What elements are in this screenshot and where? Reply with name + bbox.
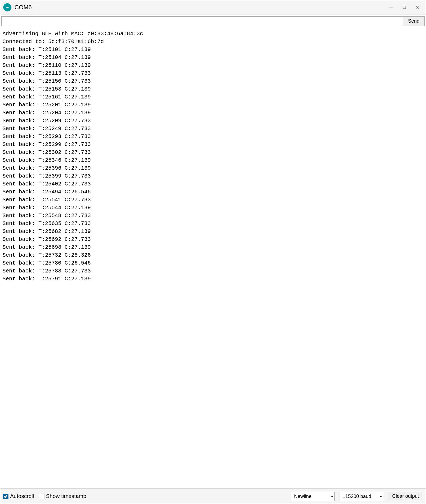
send-bar: Send — [0, 14, 426, 28]
list-item: Sent back: T:25541|C:27.733 — [2, 196, 424, 204]
list-item: Sent back: T:25788|C:27.733 — [2, 267, 424, 275]
autoscroll-checkbox[interactable] — [3, 494, 8, 499]
arduino-logo-icon: ∞ — [3, 3, 12, 12]
list-item: Sent back: T:25150|C:27.733 — [2, 77, 424, 85]
autoscroll-label[interactable]: Autoscroll — [10, 493, 34, 499]
list-item: Sent back: T:25635|C:27.733 — [2, 220, 424, 227]
serial-input[interactable] — [1, 16, 403, 26]
list-item: Sent back: T:25204|C:27.139 — [2, 109, 424, 117]
list-item: Sent back: T:25544|C:27.139 — [2, 204, 424, 212]
timestamp-checkbox[interactable] — [39, 494, 44, 499]
send-button[interactable]: Send — [403, 16, 425, 26]
title-bar: ∞ COM6 ─ □ ✕ — [0, 0, 426, 14]
list-item: Sent back: T:25402|C:27.733 — [2, 180, 424, 188]
list-item: Sent back: T:25113|C:27.733 — [2, 69, 424, 77]
minimize-button[interactable]: ─ — [385, 3, 397, 12]
list-item: Sent back: T:25399|C:27.733 — [2, 172, 424, 180]
close-button[interactable]: ✕ — [412, 3, 423, 12]
list-item: Sent back: T:25396|C:27.139 — [2, 164, 424, 172]
status-bar: Autoscroll Show timestamp No line ending… — [0, 488, 426, 504]
newline-select[interactable]: No line endingNewlineCarriage returnBoth… — [291, 492, 335, 501]
list-item: Sent back: T:25153|C:27.139 — [2, 85, 424, 93]
svg-text:∞: ∞ — [6, 5, 9, 10]
list-item: Sent back: T:25101|C:27.139 — [2, 46, 424, 53]
autoscroll-group: Autoscroll — [3, 493, 34, 499]
list-item: Sent back: T:25346|C:27.139 — [2, 156, 424, 164]
list-item: Sent back: T:25682|C:27.139 — [2, 227, 424, 235]
list-item: Advertising BLE with MAC: c0:83:48:6a:84… — [2, 30, 424, 38]
clear-output-button[interactable]: Clear output — [388, 492, 423, 501]
list-item: Sent back: T:25791|C:27.139 — [2, 275, 424, 283]
list-item: Sent back: T:25293|C:27.733 — [2, 133, 424, 140]
list-item: Sent back: T:25302|C:27.733 — [2, 148, 424, 156]
window-controls: ─ □ ✕ — [385, 3, 423, 12]
list-item: Sent back: T:25548|C:27.733 — [2, 212, 424, 220]
list-item: Sent back: T:25201|C:27.139 — [2, 101, 424, 109]
list-item: Sent back: T:25732|C:28.326 — [2, 251, 424, 259]
list-item: Sent back: T:25780|C:26.546 — [2, 259, 424, 267]
maximize-button[interactable]: □ — [398, 3, 410, 12]
list-item: Sent back: T:25110|C:27.139 — [2, 61, 424, 69]
list-item: Sent back: T:25161|C:27.139 — [2, 93, 424, 101]
baud-select[interactable]: 300 baud1200 baud2400 baud4800 baud9600 … — [340, 492, 383, 501]
list-item: Sent back: T:25209|C:27.733 — [2, 117, 424, 125]
timestamp-label[interactable]: Show timestamp — [46, 493, 86, 499]
list-item: Sent back: T:25692|C:27.733 — [2, 235, 424, 243]
list-item: Sent back: T:25104|C:27.139 — [2, 53, 424, 61]
main-window: ∞ COM6 ─ □ ✕ Send Advertising BLE with M… — [0, 0, 426, 504]
list-item: Connected to: 5c:f3:70:a1:6b:7d — [2, 38, 424, 46]
list-item: Sent back: T:25299|C:27.733 — [2, 140, 424, 148]
list-item: Sent back: T:25698|C:27.139 — [2, 243, 424, 251]
list-item: Sent back: T:25494|C:26.546 — [2, 188, 424, 196]
serial-output[interactable]: Advertising BLE with MAC: c0:83:48:6a:84… — [0, 28, 426, 488]
timestamp-group: Show timestamp — [39, 493, 86, 499]
list-item: Sent back: T:25249|C:27.733 — [2, 125, 424, 133]
window-title: COM6 — [14, 4, 385, 11]
